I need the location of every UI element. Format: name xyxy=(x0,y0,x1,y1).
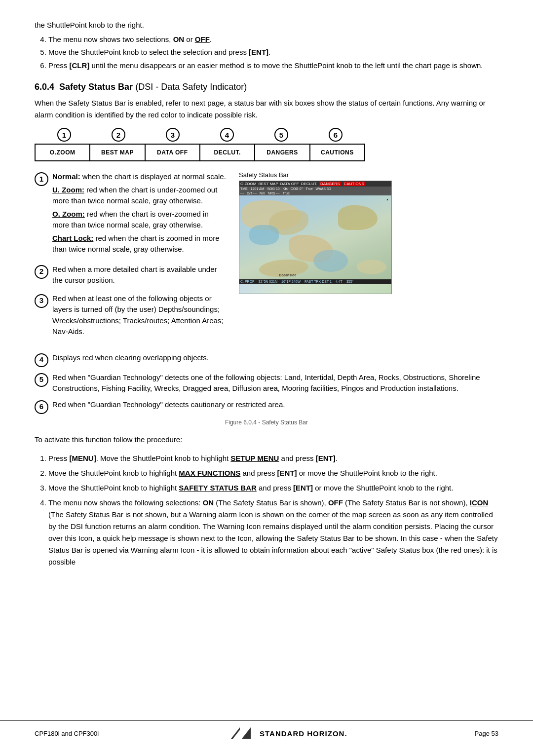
page-content: the ShuttlePoint knob to the right. The … xyxy=(0,0,533,612)
status-box-ozoom: O.ZOOM xyxy=(36,145,90,160)
section-title: Safety Status Bar xyxy=(59,82,133,92)
page-footer: CPF180i and CPF300i STANDARD HORIZON. Pa… xyxy=(0,720,533,742)
item-1-text: Normal: when the chart is displayed at n… xyxy=(52,171,227,257)
svg-marker-1 xyxy=(242,727,251,739)
procedure-step-4: The menu now shows the following selecti… xyxy=(48,497,498,568)
circle-item-1: 1 xyxy=(35,172,48,186)
num-cell-2: 2 xyxy=(91,128,146,142)
nav-map-footer: C. PROP32°5N 021N16°1F 240WFAST TRK DST … xyxy=(239,279,391,284)
procedure-step-2: Move the ShuttlePoint knob to highlight … xyxy=(48,467,498,479)
status-box-bestmap: BEST MAP xyxy=(90,145,145,160)
figure-caption: Figure 6.0.4 - Safety Status Bar xyxy=(35,419,498,426)
num-cell-3: 3 xyxy=(146,128,200,142)
procedure-step-1: Press [MENU]. Move the ShuttlePoint knob… xyxy=(48,453,498,464)
footer-left: CPF180i and CPF300i xyxy=(35,730,99,737)
logo-text: STANDARD HORIZON. xyxy=(260,729,347,738)
nav-map-image: O.ZOOMBEST MAPDATA OFFDECLUT.DANGERSCAUT… xyxy=(239,181,392,294)
intro-continuation: the ShuttlePoint knob to the right. xyxy=(35,20,498,31)
section-number: 6.0.4 xyxy=(35,82,54,92)
circle-item-6: 6 xyxy=(35,400,48,414)
intro-item-5: Move the ShuttlePoint knob to select the… xyxy=(48,47,498,58)
status-bar-diagram: 1 2 3 4 5 6 O.ZOOM BEST MAP DATA OFF DEC… xyxy=(35,128,365,161)
ssb-label: Safety Status Bar xyxy=(239,171,289,179)
item-3: 3 Red when at least one of the following… xyxy=(35,293,227,338)
procedure-list: Press [MENU]. Move the ShuttlePoint knob… xyxy=(48,453,498,568)
item-5: 5 Red when "Guardian Technology" detects… xyxy=(35,372,498,394)
status-boxes: O.ZOOM BEST MAP DATA OFF DECLUT. DANGERS… xyxy=(35,144,365,161)
left-column: 1 Normal: when the chart is displayed at… xyxy=(35,171,227,344)
circle-item-3: 3 xyxy=(35,294,48,308)
nav-map-row2: ---D/T ---NmNRS ---True xyxy=(239,191,391,195)
circle-item-2: 2 xyxy=(35,265,48,279)
intro-item-6: Press [CLR] until the menu disappears or… xyxy=(48,60,498,72)
footer-right: Page 53 xyxy=(475,730,498,737)
procedure-intro: To activate this function follow the pro… xyxy=(35,434,498,446)
num-cell-5: 5 xyxy=(254,128,308,142)
circle-4: 4 xyxy=(220,128,234,142)
item-6: 6 Red when "Guardian Technology" detects… xyxy=(35,399,498,414)
circle-6: 6 xyxy=(329,128,343,142)
footer-logo: STANDARD HORIZON. xyxy=(226,725,347,742)
numbers-row: 1 2 3 4 5 6 xyxy=(35,128,365,142)
status-box-cautions: CAUTIONS xyxy=(310,145,364,160)
section-subtitle: (DSI - Data Safety Indicator) xyxy=(135,82,247,92)
status-box-dataoff: DATA OFF xyxy=(146,145,200,160)
item-1: 1 Normal: when the chart is displayed at… xyxy=(35,171,227,257)
status-box-dangers: DANGERS xyxy=(255,145,310,160)
status-box-declut: DECLUT. xyxy=(200,145,255,160)
nav-map-header: O.ZOOMBEST MAPDATA OFFDECLUT.DANGERSCAUT… xyxy=(239,181,391,187)
section-description: When the Safety Status Bar is enabled, r… xyxy=(35,97,498,121)
item-5-text: Red when "Guardian Technology" detects o… xyxy=(52,372,498,394)
right-column: Safety Status Bar O.ZOOMBEST MAPDATA OFF… xyxy=(239,171,498,344)
nav-map-row1: TME1201 AMSOG 10KtsCOG 0°TrueWAAS 3D xyxy=(239,187,391,191)
intro-item-4: The menu now shows two selections, ON or… xyxy=(48,34,498,45)
item-3-text: Red when at least one of the following o… xyxy=(52,293,227,338)
circle-item-5: 5 xyxy=(35,373,48,387)
num-cell-6: 6 xyxy=(308,128,363,142)
item-4-text: Displays red when clearing overlapping o… xyxy=(52,352,498,367)
item-6-text: Red when "Guardian Technology" detects c… xyxy=(52,399,498,414)
num-cell-1: 1 xyxy=(37,128,91,142)
intro-line1: the ShuttlePoint knob to the right. xyxy=(35,21,144,29)
circle-2: 2 xyxy=(112,128,125,142)
circle-item-4: 4 xyxy=(35,353,48,367)
standard-horizon-logo xyxy=(226,725,256,742)
circle-1: 1 xyxy=(57,128,71,142)
nav-map-body: Oceanside ▲ xyxy=(239,195,391,279)
item-2: 2 Red when a more detailed chart is avai… xyxy=(35,264,227,286)
two-col-layout: 1 Normal: when the chart is displayed at… xyxy=(35,171,498,344)
circle-3: 3 xyxy=(166,128,180,142)
procedure-step-3: Move the ShuttlePoint knob to highlight … xyxy=(48,482,498,494)
circle-5: 5 xyxy=(274,128,288,142)
section-heading: 6.0.4 Safety Status Bar (DSI - Data Safe… xyxy=(35,82,498,92)
intro-list: The menu now shows two selections, ON or… xyxy=(48,34,498,72)
item-2-text: Red when a more detailed chart is availa… xyxy=(52,264,227,286)
num-cell-4: 4 xyxy=(200,128,254,142)
item-4: 4 Displays red when clearing overlapping… xyxy=(35,352,498,367)
